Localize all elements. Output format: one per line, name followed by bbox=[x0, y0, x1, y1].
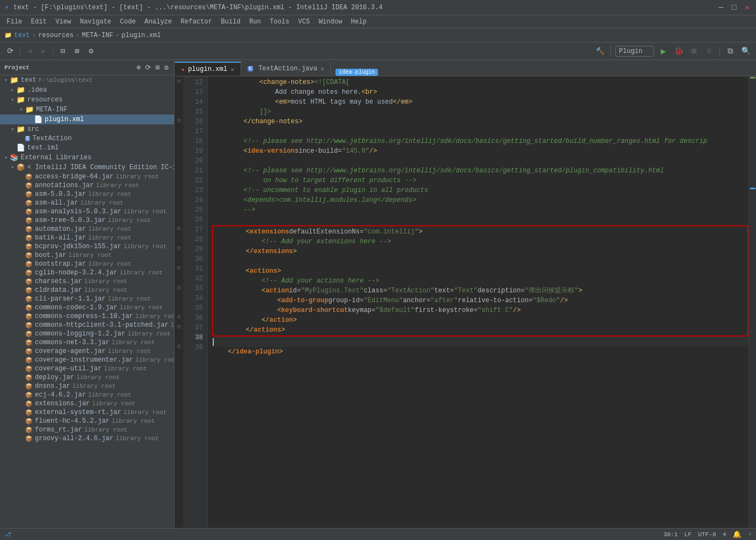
tree-item-boot[interactable]: 📦 boot.jar library root bbox=[0, 251, 174, 260]
tab-plugin-xml[interactable]: ✦ plugin.xml ✕ bbox=[175, 62, 241, 76]
fold-39[interactable]: ⊟ bbox=[175, 341, 183, 351]
menu-item-window[interactable]: Window bbox=[314, 17, 346, 27]
tree-item-cglib[interactable]: 📦 cglib-nodep-3.2.4.jar library root bbox=[0, 268, 174, 277]
breadcrumb-plugin-xml[interactable]: plugin.xml bbox=[122, 32, 161, 39]
tree-item-asm503[interactable]: 📦 asm-5.0.3.jar library root bbox=[0, 190, 174, 199]
tree-toggle-resources[interactable]: ▾ bbox=[9, 97, 16, 103]
encoding-label[interactable]: UTF-8 bbox=[698, 531, 716, 538]
tree-item-commons-logging[interactable]: 📦 commons-logging-1.2.jar library root bbox=[0, 329, 174, 338]
tree-item-deploy[interactable]: 📦 deploy.jar library root bbox=[0, 373, 174, 382]
tree-toggle-idea[interactable]: ▸ bbox=[9, 87, 16, 93]
breadcrumb-resources[interactable]: resources bbox=[38, 32, 74, 39]
tree-item-text-root[interactable]: ▾ 📁 text F:\plugins\text bbox=[0, 75, 174, 85]
tab-textaction-close[interactable]: ✕ bbox=[321, 65, 325, 73]
run-configuration-dropdown[interactable]: Plugin bbox=[615, 46, 654, 57]
menu-item-tools[interactable]: Tools bbox=[266, 17, 294, 27]
search-everywhere-button[interactable]: 🔍 bbox=[740, 45, 752, 57]
tree-item-coverage-util[interactable]: 📦 coverage-util.jar library root bbox=[0, 364, 174, 373]
settings-button[interactable]: ⚙ bbox=[85, 45, 97, 57]
menu-item-analyze[interactable]: Analyze bbox=[140, 17, 176, 27]
sidebar-expand-button[interactable]: ⊞ bbox=[154, 63, 161, 73]
line-separator[interactable]: LF bbox=[685, 531, 692, 538]
fold-31[interactable]: ⊟ bbox=[175, 263, 183, 273]
tree-item-dnsns[interactable]: 📦 dnsns.jar library root bbox=[0, 382, 174, 391]
tree-item-text-iml[interactable]: 📄 text.iml bbox=[0, 143, 174, 153]
tree-item-forms-rt[interactable]: 📦 forms_rt.jar library root bbox=[0, 425, 174, 434]
menu-item-edit[interactable]: Edit bbox=[27, 17, 51, 27]
tree-item-src[interactable]: ▾ 📁 src bbox=[0, 124, 174, 134]
close-button[interactable]: ✕ bbox=[743, 3, 752, 12]
sync-button[interactable]: ⟳ bbox=[4, 45, 16, 57]
tree-item-idea[interactable]: ▸ 📁 .idea bbox=[0, 85, 174, 95]
fold-36[interactable]: ⊟ bbox=[175, 312, 183, 322]
cursor-position[interactable]: 38:1 bbox=[663, 531, 677, 538]
tree-item-groovy-all[interactable]: 📦 groovy-all-2.4.6.jar library root bbox=[0, 434, 174, 443]
code-content[interactable]: <change-notes><![CDATA[ Add change notes… bbox=[208, 76, 748, 528]
collapse-all-button[interactable]: ⊟ bbox=[57, 45, 69, 57]
tree-item-commons-net[interactable]: 📦 commons-net-3.3.jar library root bbox=[0, 338, 174, 347]
fold-29[interactable]: ⊟ bbox=[175, 243, 183, 253]
back-button[interactable]: ◀ bbox=[23, 45, 35, 57]
menu-item-file[interactable]: File bbox=[2, 17, 27, 27]
tree-item-coverage-instrumenter[interactable]: 📦 coverage-instrumenter.jar library root bbox=[0, 356, 174, 364]
run-button[interactable]: ▶ bbox=[657, 45, 669, 57]
tree-item-asm-analysis[interactable]: 📦 asm-analysis-5.0.3.jar library root bbox=[0, 207, 174, 216]
fold-16[interactable]: ⊟ bbox=[175, 116, 183, 125]
tree-item-cli-parser[interactable]: 📦 cli-parser-1.1.jar library root bbox=[0, 295, 174, 303]
tree-item-charsets[interactable]: 📦 charsets.jar library root bbox=[0, 277, 174, 286]
sidebar-settings-button[interactable]: ⚙ bbox=[163, 63, 170, 73]
tree-item-extensions[interactable]: 📦 extensions.jar library root bbox=[0, 399, 174, 408]
tab-plugin-xml-close[interactable]: ✕ bbox=[231, 66, 235, 73]
tree-item-ecj[interactable]: 📦 ecj-4.6.2.jar library root bbox=[0, 391, 174, 399]
tree-toggle-meta-inf[interactable]: ▾ bbox=[17, 106, 25, 113]
code-editor[interactable]: ⊟ ⊟ ⊟ ⊟ ⊟ ⊟ bbox=[175, 76, 756, 528]
tree-item-ext-libs[interactable]: ▾ 📚 External Libraries bbox=[0, 153, 174, 163]
fold-37[interactable]: ⊟ bbox=[175, 322, 183, 332]
debug-button[interactable]: 🐞 bbox=[673, 45, 685, 57]
menu-item-help[interactable]: Help bbox=[346, 17, 371, 27]
menu-item-build[interactable]: Build bbox=[217, 17, 245, 27]
stop-button[interactable]: ⏹ bbox=[688, 45, 700, 57]
tree-item-plugin-xml[interactable]: 📄 plugin.xml bbox=[0, 115, 174, 124]
menu-item-view[interactable]: View bbox=[51, 17, 76, 27]
build-button[interactable]: 🔨 bbox=[594, 45, 606, 57]
fold-12[interactable]: ⊟ bbox=[175, 76, 183, 86]
sidebar-sync-button[interactable]: ⟳ bbox=[144, 63, 152, 73]
menu-item-navigate[interactable]: Navigate bbox=[75, 17, 116, 27]
tree-item-automaton[interactable]: 📦 automaton.jar library root bbox=[0, 225, 174, 233]
menu-item-vcs[interactable]: VCS bbox=[294, 17, 315, 27]
tree-item-textaction[interactable]: C TextAction bbox=[0, 134, 174, 143]
tree-item-idea-sdk[interactable]: ▾ 📦 < IntelliJ IDEA Community Edition IC… bbox=[0, 163, 174, 172]
tree-item-access-bridge[interactable]: 📦 access-bridge-64.jar library root bbox=[0, 172, 174, 181]
tree-toggle-ext-libs[interactable]: ▾ bbox=[2, 154, 10, 161]
menu-item-refactor[interactable]: Refactor bbox=[176, 17, 217, 27]
fold-33[interactable]: ⊟ bbox=[175, 283, 183, 292]
sidebar-add-button[interactable]: ⊕ bbox=[136, 63, 142, 73]
tree-toggle-text-root[interactable]: ▾ bbox=[2, 77, 10, 83]
pause-button[interactable]: ⏸ bbox=[703, 45, 715, 57]
tree-item-external-system-rt[interactable]: 📦 external-system-rt.jar library root bbox=[0, 408, 174, 417]
menu-item-code[interactable]: Code bbox=[116, 17, 140, 27]
minimize-button[interactable]: ─ bbox=[717, 3, 725, 12]
expand-button[interactable]: ⊞ bbox=[71, 45, 83, 57]
tree-toggle-idea-sdk[interactable]: ▾ bbox=[9, 164, 16, 171]
tree-item-fluent-hc[interactable]: 📦 fluent-hc-4.5.2.jar library root bbox=[0, 417, 174, 425]
maximize-button[interactable]: □ bbox=[730, 3, 739, 12]
menu-item-run[interactable]: Run bbox=[245, 17, 266, 27]
tree-item-coverage-agent[interactable]: 📦 coverage-agent.jar library root bbox=[0, 347, 174, 356]
tab-textaction-java[interactable]: C TextAction.java ✕ bbox=[241, 62, 331, 76]
tree-item-annotations[interactable]: 📦 annotations.jar library root bbox=[0, 181, 174, 190]
tree-item-asm-tree[interactable]: 📦 asm-tree-5.0.3.jar library root bbox=[0, 216, 174, 225]
tree-item-cldrdata[interactable]: 📦 cldrdata.jar library root bbox=[0, 286, 174, 295]
forward-button[interactable]: ▶ bbox=[38, 45, 50, 57]
tree-item-commons-codec[interactable]: 📦 commons-codec-1.9.jar library root bbox=[0, 303, 174, 312]
tree-item-bcprov[interactable]: 📦 bcprov-jdk15on-155.jar library root bbox=[0, 242, 174, 251]
tree-item-resources[interactable]: ▾ 📁 resources bbox=[0, 95, 174, 105]
tree-toggle-src[interactable]: ▾ bbox=[9, 126, 16, 133]
breadcrumb-meta-inf[interactable]: META-INF bbox=[82, 32, 113, 39]
tree-item-bootstrap[interactable]: 📦 bootstrap.jar library root bbox=[0, 260, 174, 268]
tree-item-commons-compress[interactable]: 📦 commons-compress-1.10.jar library root bbox=[0, 312, 174, 321]
tree-item-meta-inf[interactable]: ▾ 📁 META-INF bbox=[0, 105, 174, 115]
breadcrumb-root[interactable]: text bbox=[14, 32, 30, 39]
fold-27[interactable]: ⊟ bbox=[175, 224, 183, 233]
